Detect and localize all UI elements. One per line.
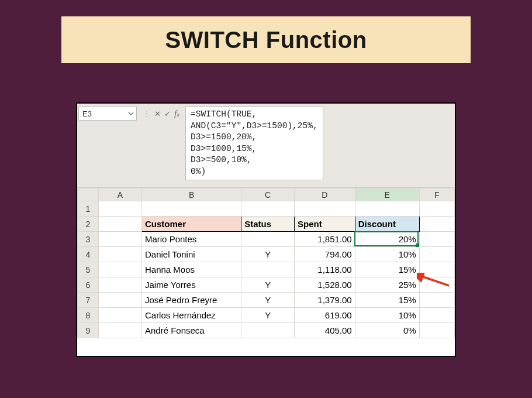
- cell-spent[interactable]: 1,118.00: [295, 262, 355, 277]
- cell-discount[interactable]: 15%: [355, 262, 419, 277]
- table-row: 5Hanna Moos1,118.0015%: [78, 262, 455, 277]
- cell[interactable]: [419, 323, 454, 338]
- cancel-icon[interactable]: ✕: [154, 109, 161, 118]
- table-row: 8Carlos HernándezY619.0010%: [78, 308, 455, 323]
- cell-customer[interactable]: Carlos Hernández: [141, 308, 241, 323]
- cell-discount[interactable]: 0%: [355, 323, 419, 338]
- cell-customer[interactable]: Daniel Tonini: [141, 247, 241, 262]
- table-row: 4Daniel ToniniY794.0010%: [78, 247, 455, 262]
- cell[interactable]: [141, 201, 241, 217]
- cell-status[interactable]: [241, 232, 295, 247]
- cell-spent[interactable]: 1,379.00: [295, 293, 355, 308]
- name-box[interactable]: E3: [78, 107, 137, 121]
- row-header-6[interactable]: 6: [78, 277, 99, 293]
- cell[interactable]: [419, 262, 454, 277]
- cell[interactable]: [98, 308, 141, 323]
- cell-spent[interactable]: 794.00: [295, 247, 355, 262]
- name-box-value: E3: [82, 109, 92, 118]
- row-header-9[interactable]: 9: [78, 323, 99, 338]
- cell[interactable]: [419, 201, 454, 217]
- column-headers: ABCDEF: [78, 188, 455, 201]
- table-row: 2CustomerStatusSpentDiscount: [78, 217, 455, 232]
- fx-icon[interactable]: fx: [174, 109, 179, 119]
- cell-customer[interactable]: Hanna Moos: [141, 262, 241, 277]
- cell-status[interactable]: [241, 262, 295, 277]
- cell-spent[interactable]: 1,528.00: [295, 277, 355, 293]
- separator-icon: ⋮: [143, 109, 151, 118]
- cell[interactable]: [355, 201, 419, 217]
- table-row: 6Jaime YorresY1,528.0025%: [78, 277, 455, 293]
- confirm-icon[interactable]: ✓: [164, 109, 171, 118]
- cell-discount[interactable]: 25%: [355, 277, 419, 293]
- header-customer[interactable]: Customer: [141, 217, 241, 232]
- cell[interactable]: [98, 232, 141, 247]
- cell-customer[interactable]: José Pedro Freyre: [141, 293, 241, 308]
- col-header-D[interactable]: D: [295, 188, 355, 201]
- row-header-8[interactable]: 8: [78, 308, 99, 323]
- cell-customer[interactable]: André Fonseca: [141, 323, 241, 338]
- header-status[interactable]: Status: [241, 217, 295, 232]
- table-row: 1: [78, 201, 455, 217]
- row-header-7[interactable]: 7: [78, 293, 99, 308]
- col-header-B[interactable]: B: [141, 188, 241, 201]
- cell[interactable]: [98, 201, 141, 217]
- cell-discount[interactable]: 15%: [355, 293, 419, 308]
- row-header-1[interactable]: 1: [78, 201, 99, 217]
- formula-bar-buttons: ⋮ ✕ ✓ fx: [139, 107, 183, 121]
- col-header-C[interactable]: C: [241, 188, 295, 201]
- cell[interactable]: [98, 293, 141, 308]
- cell[interactable]: [98, 277, 141, 293]
- cell[interactable]: [419, 277, 454, 293]
- col-header-F[interactable]: F: [419, 188, 454, 201]
- cell[interactable]: [295, 201, 355, 217]
- cell-spent[interactable]: 619.00: [295, 308, 355, 323]
- cell-spent[interactable]: 405.00: [295, 323, 355, 338]
- cell-customer[interactable]: Mario Pontes: [141, 232, 241, 247]
- page-title: SWITCH Function: [165, 27, 367, 53]
- cell[interactable]: [98, 247, 141, 262]
- table-row: 9André Fonseca405.000%: [78, 323, 455, 338]
- cell-status[interactable]: Y: [241, 308, 295, 323]
- cell-status[interactable]: [241, 323, 295, 338]
- cell-discount[interactable]: 10%: [355, 308, 419, 323]
- header-discount[interactable]: Discount: [355, 217, 419, 232]
- row-header-5[interactable]: 5: [78, 262, 99, 277]
- cell[interactable]: [419, 308, 454, 323]
- title-banner: SWITCH Function: [61, 16, 471, 63]
- row-header-4[interactable]: 4: [78, 247, 99, 262]
- cell[interactable]: [98, 217, 141, 232]
- cell-spent[interactable]: 1,851.00: [295, 232, 355, 247]
- spreadsheet-grid[interactable]: ABCDEF 12CustomerStatusSpentDiscount3Mar…: [77, 188, 455, 338]
- excel-window: E3 ⋮ ✕ ✓ fx =SWITCH(TRUE, AND(C3="Y",D3>…: [76, 102, 456, 357]
- chevron-down-icon: [128, 111, 134, 116]
- cell-discount[interactable]: 10%: [355, 247, 419, 262]
- row-header-3[interactable]: 3: [78, 232, 99, 247]
- cell-status[interactable]: Y: [241, 277, 295, 293]
- cell[interactable]: [98, 323, 141, 338]
- cell-status[interactable]: Y: [241, 247, 295, 262]
- formula-bar: E3 ⋮ ✕ ✓ fx =SWITCH(TRUE, AND(C3="Y",D3>…: [77, 104, 455, 188]
- cell[interactable]: [98, 262, 141, 277]
- select-all-corner[interactable]: [78, 188, 99, 201]
- col-header-E[interactable]: E: [355, 188, 419, 201]
- cell[interactable]: [419, 217, 454, 232]
- cell-discount[interactable]: 20%: [355, 232, 419, 247]
- table-row: 7José Pedro FreyreY1,379.0015%: [78, 293, 455, 308]
- cell-customer[interactable]: Jaime Yorres: [141, 277, 241, 293]
- col-header-A[interactable]: A: [98, 188, 141, 201]
- header-spent[interactable]: Spent: [295, 217, 355, 232]
- cell[interactable]: [241, 201, 295, 217]
- cell[interactable]: [419, 232, 454, 247]
- formula-input[interactable]: =SWITCH(TRUE, AND(C3="Y",D3>=1500),25%, …: [185, 107, 323, 180]
- table-row: 3Mario Pontes1,851.0020%: [78, 232, 455, 247]
- cell-status[interactable]: Y: [241, 293, 295, 308]
- cell[interactable]: [419, 247, 454, 262]
- row-header-2[interactable]: 2: [78, 217, 99, 232]
- cell[interactable]: [419, 293, 454, 308]
